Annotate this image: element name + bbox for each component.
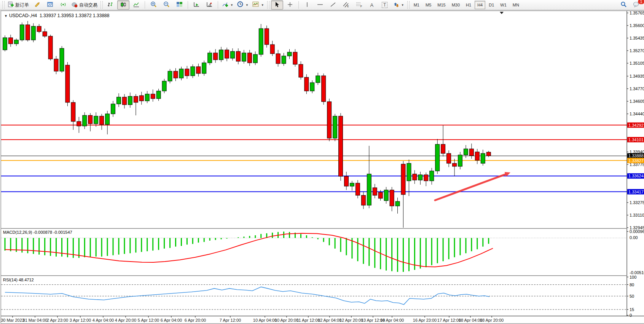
templates-button[interactable]: ▼: [251, 0, 266, 10]
svg-text:-0.005107: -0.005107: [630, 270, 644, 275]
svg-text:1.33110: 1.33110: [630, 213, 644, 217]
horizontal-line-icon: [317, 2, 324, 9]
text-tool-icon: A: [370, 2, 373, 8]
candlestick-icon: [120, 2, 127, 9]
svg-text:1.33827: 1.33827: [628, 158, 644, 163]
tf-h1-button[interactable]: H1: [463, 1, 474, 9]
svg-text:4 Apr 20:00: 4 Apr 20:00: [115, 318, 136, 322]
indicators-button[interactable]: ▼: [220, 0, 235, 10]
zoom-in-button[interactable]: [147, 0, 159, 10]
toolbar-grip[interactable]: [2, 1, 5, 9]
svg-text:0.00: 0.00: [630, 235, 638, 240]
tf-m15-button[interactable]: M15: [435, 1, 448, 9]
svg-text:30 Mar 2023: 30 Mar 2023: [1, 318, 24, 322]
chart-canvas[interactable]: 1.357651.356001.354351.352701.351051.349…: [1, 11, 644, 323]
svg-text:16 Apr 23:00: 16 Apr 23:00: [413, 318, 437, 322]
separator: [145, 1, 145, 9]
vertical-line-tool-button[interactable]: [301, 0, 313, 10]
trendline-tool-button[interactable]: [327, 0, 339, 10]
tile-windows-button[interactable]: [173, 0, 185, 10]
new-chart-button[interactable]: [44, 0, 56, 10]
svg-text:1.35765: 1.35765: [630, 11, 644, 15]
horizontal-line-tool-button[interactable]: [314, 0, 326, 10]
periods-button[interactable]: ▼: [236, 0, 250, 10]
toolbar-grip[interactable]: [267, 1, 269, 9]
chart-shift-button[interactable]: [203, 0, 215, 10]
svg-text:11 Apr 12:00: 11 Apr 12:00: [296, 318, 320, 322]
crosshair-tool-button[interactable]: [284, 0, 296, 10]
symbol-dropdown-icon[interactable]: ▼: [4, 14, 8, 18]
new-order-button[interactable]: 新订单: [6, 0, 30, 10]
auto-trading-button[interactable]: 自动交易: [70, 0, 99, 10]
fibonacci-icon: F: [355, 2, 362, 9]
styler-button[interactable]: [31, 0, 43, 10]
arrows-tool-button[interactable]: ▼: [392, 0, 406, 10]
trend-arrow[interactable]: [435, 174, 505, 200]
svg-text:12 Apr 20:00: 12 Apr 20:00: [340, 318, 363, 322]
tf-m1-button[interactable]: M1: [411, 1, 422, 9]
svg-text:1.33888: 1.33888: [628, 153, 644, 158]
separator: [188, 1, 188, 9]
zoom-in-icon: [150, 1, 157, 9]
svg-text:F: F: [360, 5, 362, 8]
notification-count-badge: 1: [638, 0, 644, 4]
tf-w1-button[interactable]: W1: [497, 1, 509, 9]
line-chart-icon: [133, 2, 140, 9]
channel-tool-button[interactable]: E: [340, 0, 352, 10]
svg-text:1.34935: 1.34935: [630, 74, 644, 78]
cursor-tool-button[interactable]: [271, 0, 283, 10]
svg-text:100: 100: [630, 275, 636, 279]
svg-text:1.35600: 1.35600: [630, 23, 644, 28]
svg-text:7 Apr 12:00: 7 Apr 12:00: [220, 318, 241, 322]
indicators-add-icon: [222, 2, 228, 9]
fibonacci-tool-button[interactable]: F: [353, 0, 365, 10]
label-tool-button[interactable]: T: [379, 0, 391, 10]
vertical-line-icon: [305, 2, 309, 9]
text-tool-button[interactable]: A: [366, 0, 378, 10]
chart-window-icon: [47, 2, 53, 9]
notifications-button[interactable]: 1: [630, 0, 642, 10]
chart-window[interactable]: 1.357651.356001.354351.352701.351051.349…: [1, 11, 644, 324]
cursor-icon: [274, 2, 280, 9]
chart-title: ▼USDCAD-,H4 1.33937 1.33953 1.33872 1.33…: [4, 13, 109, 18]
svg-text:12 Apr 04:00: 12 Apr 04:00: [318, 318, 341, 322]
svg-text:6 Apr 20:00: 6 Apr 20:00: [185, 318, 206, 322]
svg-text:1.34440: 1.34440: [630, 112, 644, 116]
toolbar-grip[interactable]: [100, 1, 103, 9]
tf-h4-button[interactable]: H4: [475, 1, 485, 9]
svg-text:1.33275: 1.33275: [630, 200, 644, 205]
svg-text:18 Apr 20:00: 18 Apr 20:00: [480, 318, 504, 322]
toolbar-grip[interactable]: [407, 1, 410, 9]
svg-text:0: 0: [630, 313, 632, 318]
chart-shift-icon: [206, 2, 213, 9]
wand-icon: [34, 2, 40, 9]
signal-icon: [60, 2, 66, 9]
signals-button[interactable]: [57, 0, 69, 10]
svg-text:1.33417: 1.33417: [628, 190, 644, 194]
svg-text:1.34101: 1.34101: [628, 137, 644, 142]
template-chart-icon: [252, 2, 259, 8]
macd-indicator-label: MACD(12,26,9) -0.000878 -0.001547: [3, 230, 72, 235]
svg-text:3 Apr 12:00: 3 Apr 12:00: [70, 318, 91, 322]
tf-m30-button[interactable]: M30: [449, 1, 462, 9]
candlestick-mode-button[interactable]: [117, 0, 129, 10]
tf-mn-button[interactable]: MN: [510, 1, 522, 9]
svg-text:18 Apr 04:00: 18 Apr 04:00: [459, 318, 482, 322]
auto-scroll-button[interactable]: [190, 0, 202, 10]
search-button[interactable]: [617, 0, 630, 10]
line-chart-mode-button[interactable]: [130, 0, 142, 10]
svg-text:2 Apr 23:00: 2 Apr 23:00: [47, 318, 68, 322]
tf-d1-button[interactable]: D1: [486, 1, 497, 9]
chevron-down-icon: ▼: [245, 3, 249, 7]
tf-m5-button[interactable]: M5: [423, 1, 434, 9]
svg-text:50: 50: [630, 294, 634, 298]
clock-icon: [237, 1, 244, 9]
zoom-out-button[interactable]: [160, 0, 172, 10]
svg-text:10 Apr 04:00: 10 Apr 04:00: [253, 318, 277, 322]
label-tool-icon: T: [382, 2, 387, 8]
bar-chart-mode-button[interactable]: [104, 0, 116, 10]
tile-windows-icon: [176, 1, 183, 9]
arrows-icon: [393, 2, 399, 9]
chevron-down-icon: ▼: [261, 3, 264, 7]
equidistant-channel-icon: E: [343, 2, 349, 9]
